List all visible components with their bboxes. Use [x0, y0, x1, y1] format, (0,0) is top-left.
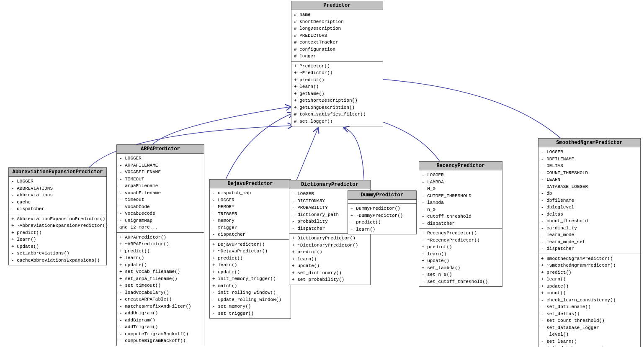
dejavu-title: DejavuPredictor: [210, 180, 291, 188]
arpa-box: ARPAPredictor - LOGGER - ARPAFILENAME - …: [116, 144, 204, 346]
predictor-attributes: # name # shortDescription # longDescript…: [291, 10, 383, 62]
predictor-methods: + Predictor() + ~Predictor() + predict()…: [291, 62, 383, 126]
arpa-attributes: - LOGGER - ARPAFILENAME - VOCABFILENAME …: [117, 154, 204, 233]
dictionary-title: DictionaryPredictor: [289, 180, 370, 189]
dummy-methods: + DummyPredictor() + ~DummyPredictor() +…: [348, 204, 416, 234]
diagram-container: Predictor # name # shortDescription # lo…: [0, 0, 644, 347]
recency-title: RecencyPredictor: [419, 162, 502, 170]
predictor-box: Predictor # name # shortDescription # lo…: [291, 1, 383, 126]
smoothed-title: SmoothedNgramPredictor: [538, 139, 640, 147]
recency-box: RecencyPredictor - LOGGER - LAMBDA - N_0…: [419, 161, 502, 287]
dejavu-attributes: - dispatch_map - LOGGER - MEMORY - TRIGG…: [210, 188, 291, 240]
dummy-box: DummyPredictor + DummyPredictor() + ~Dum…: [348, 190, 417, 234]
smoothed-box: SmoothedNgramPredictor - LOGGER - DBFILE…: [538, 138, 641, 347]
recency-methods: + RecencyPredictor() + ~RecencyPredictor…: [419, 229, 502, 286]
abbreviation-methods: + AbbreviationExpansionPredictor() + ~Ab…: [9, 214, 106, 265]
abbreviation-box: AbbreviationExpansionPredictor - LOGGER …: [8, 167, 107, 265]
abbreviation-attributes: - LOGGER - ABBREVIATIONS - abbreviations…: [9, 177, 106, 214]
arpa-title: ARPAPredictor: [117, 145, 204, 154]
dejavu-box: DejavuPredictor - dispatch_map - LOGGER …: [209, 179, 291, 319]
dummy-title: DummyPredictor: [348, 191, 416, 200]
predictor-title: Predictor: [291, 1, 383, 10]
smoothed-methods: + SmoothedNgramPredictor() + ~SmoothedNg…: [538, 254, 640, 347]
dejavu-methods: + DejavuPredictor() + ~DejavuPredictor()…: [210, 240, 291, 319]
dummy-attributes: [348, 200, 416, 204]
abbreviation-title: AbbreviationExpansionPredictor: [9, 168, 106, 177]
smoothed-attributes: - LOGGER - DBFILENAME - DELTAS - COUNT_T…: [538, 147, 640, 254]
dictionary-methods: + DictionaryPredictor() + ~DictionaryPre…: [289, 234, 370, 285]
arpa-methods: + ARPAPredictor() + ~ARPAPredictor() + p…: [117, 233, 204, 346]
recency-attributes: - LOGGER - LAMBDA - N_0 - CUTOFF_THRESHO…: [419, 170, 502, 229]
